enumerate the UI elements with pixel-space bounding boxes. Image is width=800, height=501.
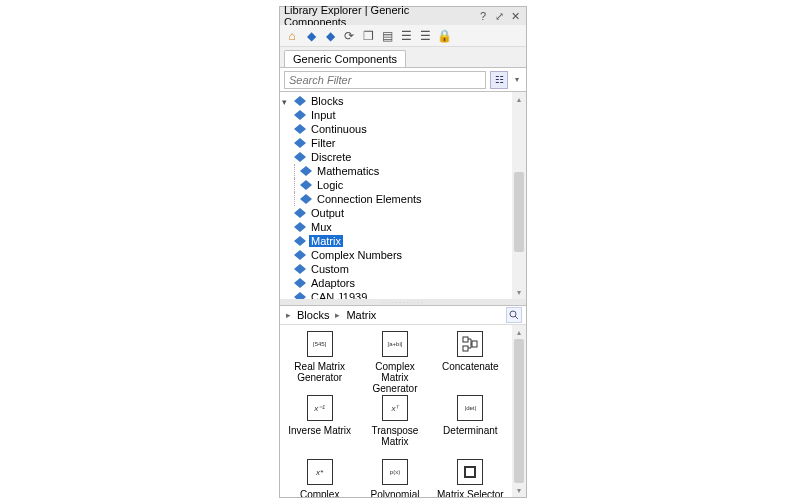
- book-icon: [294, 236, 306, 246]
- svg-marker-10: [294, 236, 306, 246]
- svg-marker-5: [300, 166, 312, 176]
- svg-rect-19: [472, 341, 477, 347]
- tree-item-label: Discrete: [309, 151, 353, 163]
- book-icon: [294, 292, 306, 299]
- tab-generic-components[interactable]: Generic Components: [284, 50, 406, 67]
- help-button[interactable]: ?: [476, 9, 490, 23]
- svg-marker-3: [294, 138, 306, 148]
- expand-icon[interactable]: [282, 96, 292, 106]
- component-real-matrix-generator[interactable]: [545] Real Matrix Generator: [286, 331, 354, 383]
- svg-marker-1: [294, 110, 306, 120]
- scroll-up-icon[interactable]: ▴: [512, 92, 526, 106]
- component-concatenate[interactable]: Concatenate: [436, 331, 504, 372]
- component-determinant[interactable]: |det| Determinant: [436, 395, 504, 436]
- book-blue2-icon[interactable]: ◆: [322, 28, 338, 44]
- breadcrumb-root[interactable]: Blocks: [297, 309, 329, 321]
- component-icon: x*: [307, 459, 333, 485]
- tree-item-continuous[interactable]: Continuous: [280, 122, 526, 136]
- component-icon: [457, 331, 483, 357]
- search-row: ☷ ▾: [280, 67, 526, 91]
- book-icon: [294, 208, 306, 218]
- tree-item-output[interactable]: Output: [280, 206, 526, 220]
- svg-marker-2: [294, 124, 306, 134]
- svg-line-16: [515, 316, 518, 319]
- list-down-icon[interactable]: ☰: [417, 28, 433, 44]
- tree-item-label: Connection Elements: [315, 193, 424, 205]
- book-icon: [294, 110, 306, 120]
- tree-item-custom[interactable]: Custom: [280, 262, 526, 276]
- svg-marker-11: [294, 250, 306, 260]
- component-complex-conjugate-transpose[interactable]: x* Complex Conjugate Transpose: [286, 459, 354, 497]
- tree-root-label: Blocks: [309, 95, 345, 107]
- scroll-thumb[interactable]: [514, 172, 524, 252]
- svg-marker-8: [294, 208, 306, 218]
- component-grid-area: [545] Real Matrix Generator [a+bi] Compl…: [280, 325, 526, 497]
- svg-marker-12: [294, 264, 306, 274]
- stack-icon[interactable]: ❐: [360, 28, 376, 44]
- component-transpose-matrix[interactable]: xᵀ Transpose Matrix: [361, 395, 429, 447]
- scroll-down-icon[interactable]: ▾: [512, 483, 526, 497]
- book-icon: [294, 250, 306, 260]
- tree-item-connection-elements[interactable]: Connection Elements: [280, 192, 526, 206]
- breadcrumb-search-button[interactable]: [506, 307, 522, 323]
- tree-item-label: Complex Numbers: [309, 249, 404, 261]
- home-icon[interactable]: ⌂: [284, 28, 300, 44]
- component-label: Concatenate: [442, 361, 499, 372]
- tree-item-discrete[interactable]: Discrete: [280, 150, 526, 164]
- tree-root[interactable]: Blocks: [280, 94, 526, 108]
- refresh-icon[interactable]: ⟳: [341, 28, 357, 44]
- tree-view[interactable]: Blocks Input Continuous Filter Discrete …: [280, 91, 526, 299]
- book-icon: [294, 222, 306, 232]
- tree-item-matrix[interactable]: Matrix: [280, 234, 526, 248]
- tree-item-complex-numbers[interactable]: Complex Numbers: [280, 248, 526, 262]
- tree-item-mux[interactable]: Mux: [280, 220, 526, 234]
- breadcrumb-leaf[interactable]: Matrix: [346, 309, 376, 321]
- scroll-up-icon[interactable]: ▴: [512, 325, 526, 339]
- book-icon: [294, 138, 306, 148]
- component-complex-matrix-generator[interactable]: [a+bi] Complex Matrix Generator: [361, 331, 429, 394]
- component-matrix-selector[interactable]: Matrix Selector: [436, 459, 504, 497]
- tree-item-label: Input: [309, 109, 337, 121]
- tree-item-filter[interactable]: Filter: [280, 136, 526, 150]
- component-icon: p(x): [382, 459, 408, 485]
- tree-item-label: Logic: [315, 179, 345, 191]
- tree-item-label: CAN J1939: [309, 291, 369, 299]
- close-button[interactable]: ✕: [508, 9, 522, 23]
- component-polynomial[interactable]: p(x) Polynomial: [361, 459, 429, 497]
- dock-button[interactable]: ⤢: [492, 9, 506, 23]
- search-input[interactable]: [284, 71, 486, 89]
- component-icon: xᵀ: [382, 395, 408, 421]
- tree-item-input[interactable]: Input: [280, 108, 526, 122]
- tree-item-label: Mux: [309, 221, 334, 233]
- component-icon: x⁻¹: [307, 395, 333, 421]
- tree-item-label: Adaptors: [309, 277, 357, 289]
- filter-dropdown-icon[interactable]: ▾: [512, 71, 522, 89]
- tree-scrollbar[interactable]: ▴ ▾: [512, 92, 526, 299]
- svg-marker-0: [294, 96, 306, 106]
- tree-item-adaptors[interactable]: Adaptors: [280, 276, 526, 290]
- svg-marker-13: [294, 278, 306, 288]
- component-icon: [457, 459, 483, 485]
- book-icon: [294, 152, 306, 162]
- component-label: Inverse Matrix: [288, 425, 351, 436]
- view-icon[interactable]: ▤: [379, 28, 395, 44]
- scroll-thumb[interactable]: [514, 339, 524, 483]
- list-up-icon[interactable]: ☰: [398, 28, 414, 44]
- tree-item-mathematics[interactable]: Mathematics: [280, 164, 526, 178]
- tree-item-can-j1939[interactable]: CAN J1939: [280, 290, 526, 299]
- book-blue-icon[interactable]: ◆: [303, 28, 319, 44]
- component-label: Complex Matrix Generator: [361, 361, 429, 394]
- tree-item-label: Output: [309, 207, 346, 219]
- tree-item-label: Mathematics: [315, 165, 381, 177]
- scroll-down-icon[interactable]: ▾: [512, 285, 526, 299]
- component-label: Complex Conjugate Transpose: [286, 489, 354, 497]
- tree-item-label: Continuous: [309, 123, 369, 135]
- book-icon: [300, 166, 312, 176]
- lock-icon[interactable]: 🔒: [436, 28, 452, 44]
- component-inverse-matrix[interactable]: x⁻¹ Inverse Matrix: [286, 395, 354, 436]
- grid-scrollbar[interactable]: ▴ ▾: [512, 325, 526, 497]
- tree-item-logic[interactable]: Logic: [280, 178, 526, 192]
- book-icon: [294, 264, 306, 274]
- filter-button[interactable]: ☷: [490, 71, 508, 89]
- book-icon: [294, 278, 306, 288]
